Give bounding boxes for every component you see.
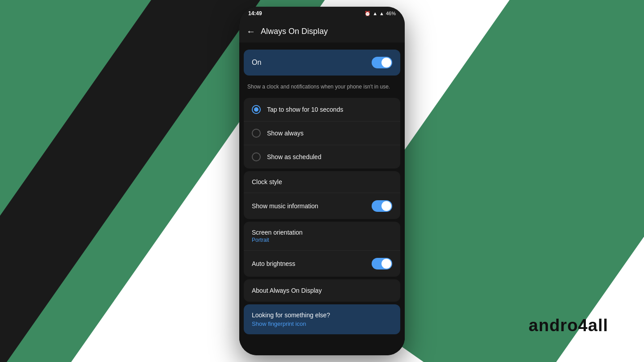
status-time: 14:49: [248, 10, 262, 17]
display-mode-group: Tap to show for 10 seconds Show always S…: [244, 98, 400, 168]
radio-scheduled: [252, 152, 261, 161]
looking-section: Looking for something else? Show fingerp…: [244, 304, 400, 334]
show-music-toggle[interactable]: [372, 200, 392, 212]
top-bar: ← Always On Display: [239, 20, 405, 42]
wifi-icon: ▲: [379, 11, 384, 16]
auto-brightness-label: Auto brightness: [252, 260, 295, 267]
show-music-item[interactable]: Show music information: [244, 193, 400, 219]
clock-style-item[interactable]: Clock style: [244, 171, 400, 193]
screen-orientation-item[interactable]: Screen orientation Portrait: [244, 222, 400, 251]
screen-orientation-value: Portrait: [252, 237, 303, 243]
clock-music-group: Clock style Show music information: [244, 171, 400, 219]
screen-orientation-text-block: Screen orientation Portrait: [252, 229, 303, 243]
signal-icon: ▲: [373, 11, 377, 16]
radio-always: [252, 129, 261, 138]
battery-text: 46%: [386, 11, 396, 16]
option-scheduled[interactable]: Show as scheduled: [244, 145, 400, 168]
phone-frame: 14:49 ⏰ ▲ ▲ 46% ← Always On Display On S…: [239, 7, 405, 355]
orientation-brightness-group: Screen orientation Portrait Auto brightn…: [244, 222, 400, 277]
auto-brightness-item[interactable]: Auto brightness: [244, 251, 400, 277]
show-music-knob: [381, 201, 391, 211]
screen-orientation-label: Screen orientation: [252, 229, 303, 236]
option-tap[interactable]: Tap to show for 10 seconds: [244, 98, 400, 122]
option-always-label: Show always: [267, 130, 304, 137]
status-icons: ⏰ ▲ ▲ 46%: [364, 11, 396, 17]
back-button[interactable]: ←: [246, 26, 255, 37]
show-music-label: Show music information: [252, 202, 318, 210]
on-toggle-row[interactable]: On: [244, 50, 400, 76]
logo-text: andro4all: [529, 316, 608, 335]
option-always[interactable]: Show always: [244, 122, 400, 145]
auto-brightness-knob: [381, 259, 391, 269]
clock-style-label: Clock style: [252, 178, 282, 185]
status-bar: 14:49 ⏰ ▲ ▲ 46%: [239, 7, 405, 20]
looking-link[interactable]: Show fingerprint icon: [252, 320, 392, 327]
about-item[interactable]: About Always On Display: [244, 279, 400, 302]
logo-4: 4: [578, 316, 588, 335]
about-label: About Always On Display: [252, 287, 322, 294]
on-toggle[interactable]: [372, 57, 392, 68]
description-text: Show a clock and notifications when your…: [239, 78, 405, 95]
alarm-icon: ⏰: [364, 11, 371, 17]
option-tap-label: Tap to show for 10 seconds: [267, 106, 343, 113]
option-scheduled-label: Show as scheduled: [267, 153, 321, 160]
logo-area: andro4all: [529, 316, 608, 335]
looking-title: Looking for something else?: [252, 311, 392, 319]
on-label: On: [252, 59, 261, 67]
auto-brightness-toggle[interactable]: [372, 258, 392, 269]
radio-tap: [252, 105, 261, 114]
page-title: Always On Display: [261, 27, 328, 36]
toggle-knob: [381, 58, 391, 67]
settings-content: On Show a clock and notifications when y…: [239, 42, 405, 355]
radio-tap-inner: [254, 107, 258, 112]
